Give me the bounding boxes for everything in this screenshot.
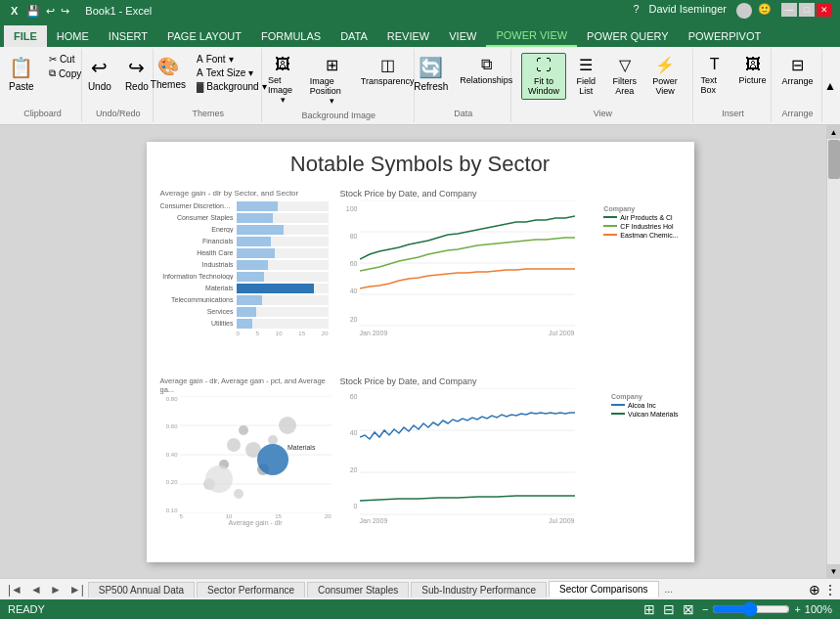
- undo-redo-btns: ↩ Undo ↪ Redo: [82, 53, 155, 107]
- tab-view[interactable]: VIEW: [439, 25, 486, 47]
- quick-access-undo[interactable]: ↩: [46, 5, 55, 18]
- relationships-button[interactable]: ⧉ Relationships: [455, 53, 517, 88]
- view-page-break-icon[interactable]: ⊠: [683, 601, 694, 617]
- copy-icon: ⧉: [49, 67, 56, 79]
- bar-bg: [237, 248, 329, 258]
- image-position-button[interactable]: ⊞ Image Position ▾: [305, 53, 359, 109]
- undo-button[interactable]: ↩ Undo: [82, 53, 117, 95]
- ribbon-tabs: FILE HOME INSERT PAGE LAYOUT FORMULAS DA…: [0, 22, 840, 47]
- bar-bg: [237, 237, 329, 246]
- sheet-nav-last[interactable]: ►|: [66, 583, 88, 597]
- image-position-icon: ⊞: [326, 56, 338, 74]
- power-view-button[interactable]: ⚡ Power View: [645, 53, 685, 99]
- sheet-tab-consumer-staples[interactable]: Consumer Staples: [307, 582, 409, 597]
- refresh-button[interactable]: 🔄 Refresh: [409, 53, 453, 95]
- tab-data[interactable]: DATA: [331, 25, 377, 47]
- tab-review[interactable]: REVIEW: [377, 25, 439, 47]
- sheet-nav-next[interactable]: ►: [46, 583, 66, 597]
- picture-button[interactable]: 🖼 Picture: [735, 53, 771, 88]
- field-list-button[interactable]: ☰ Field List: [568, 53, 603, 99]
- bar-label: Consumer Staples: [160, 214, 234, 221]
- canvas-title: Notable Symbols by Sector: [156, 152, 685, 177]
- paste-button[interactable]: 📋 Paste: [0, 53, 43, 95]
- copy-button[interactable]: ⧉ Copy: [45, 66, 85, 80]
- view-btns: ⛶ Fit to Window ☰ Field List ▽ Filters A…: [521, 53, 685, 107]
- tab-formulas[interactable]: FORMULAS: [251, 25, 331, 47]
- zoom-slider[interactable]: [712, 601, 790, 617]
- ribbon-scroll[interactable]: ▲: [824, 49, 836, 122]
- right-scrollbar[interactable]: ▲ ▼: [826, 125, 840, 578]
- line-chart-top-x-labels: Jan 2009Jul 2009: [360, 330, 575, 336]
- bar-fill: [237, 213, 274, 223]
- text-box-button[interactable]: T Text Box: [696, 53, 733, 98]
- scroll-down-button[interactable]: ▼: [827, 564, 841, 578]
- sheet-tab-sector-comparisons[interactable]: Sector Comparisons: [549, 581, 659, 597]
- set-image-button[interactable]: 🖼 Set Image ▾: [263, 53, 303, 108]
- sheet-add-icon[interactable]: ⊕: [809, 582, 820, 597]
- line-chart-bottom-y-labels: 6040200: [340, 393, 358, 510]
- tab-power-query[interactable]: POWER QUERY: [577, 25, 679, 47]
- transparency-button[interactable]: ◫ Transparency: [361, 53, 415, 89]
- cut-button[interactable]: ✂ Cut: [45, 53, 85, 66]
- arrange-icon: ⊟: [791, 56, 804, 74]
- themes-btns: 🎨 Themes A Font▾ A Text Size▾ ▓ Backgrou…: [146, 53, 271, 107]
- canvas-area[interactable]: Notable Symbols by Sector Average gain -…: [0, 125, 840, 578]
- filters-area-button[interactable]: ▽ Filters Area: [605, 53, 643, 99]
- minimize-button[interactable]: —: [781, 3, 797, 17]
- cut-icon: ✂: [49, 54, 57, 65]
- bar-label: Financials: [160, 238, 234, 244]
- set-image-icon: 🖼: [275, 56, 290, 73]
- title-bar-controls: ? David Iseminger 🙂 — □ ✕: [633, 3, 832, 19]
- sheet-more-button[interactable]: ...: [661, 584, 677, 595]
- text-size-button[interactable]: A Text Size▾: [193, 66, 271, 79]
- zoom-in-button[interactable]: +: [794, 603, 800, 615]
- line-chart-bottom-area: 6040200: [340, 388, 681, 530]
- zoom-out-button[interactable]: −: [702, 603, 708, 615]
- title-bar: X 💾 ↩ ↪ Book1 - Excel ? David Iseminger …: [0, 0, 840, 22]
- sheet-tab-sub-industry[interactable]: Sub-Industry Performance: [411, 582, 547, 597]
- tab-home[interactable]: HOME: [47, 25, 99, 47]
- sheet-nav-first[interactable]: |◄: [4, 583, 26, 597]
- view-normal-icon[interactable]: ⊞: [643, 601, 655, 617]
- sheet-nav-prev[interactable]: ◄: [26, 583, 46, 597]
- themes-button[interactable]: 🎨 Themes: [146, 53, 191, 93]
- scroll-up-button[interactable]: ▲: [827, 125, 841, 139]
- tab-power-view[interactable]: POWER VIEW: [486, 25, 577, 47]
- text-size-icon: A: [197, 67, 203, 78]
- arrange-group: ⊟ Arrange Arrange: [774, 49, 822, 122]
- view-page-layout-icon[interactable]: ⊟: [663, 601, 675, 617]
- font-button[interactable]: A Font▾: [193, 53, 271, 66]
- set-image-dropdown: ▾: [281, 95, 286, 105]
- sheet-tab-sector-performance[interactable]: Sector Performance: [197, 582, 305, 597]
- scrollbar-thumb[interactable]: [828, 140, 840, 179]
- bar-label: Industrials: [160, 261, 234, 268]
- fit-to-window-button[interactable]: ⛶ Fit to Window: [521, 53, 566, 100]
- sheet-tab-sp500[interactable]: SP500 Annual Data: [88, 582, 195, 597]
- insert-label: Insert: [722, 107, 744, 118]
- insert-group: T Text Box 🖼 Picture Insert: [695, 49, 772, 122]
- image-position-dropdown: ▾: [330, 96, 334, 106]
- tab-powerpivot[interactable]: POWERPIVOT: [679, 25, 772, 47]
- background-button[interactable]: ▓ Background▾: [193, 80, 271, 93]
- tab-file[interactable]: FILE: [4, 25, 47, 47]
- transparency-icon: ◫: [380, 56, 395, 74]
- close-button[interactable]: ✕: [817, 3, 832, 17]
- bar-row: Telecommunications: [160, 295, 329, 305]
- scrollbar-track[interactable]: [827, 139, 840, 564]
- quick-access-save[interactable]: 💾: [26, 5, 40, 18]
- maximize-button[interactable]: □: [799, 3, 815, 17]
- bar-row: Services: [160, 307, 329, 317]
- fit-to-window-icon: ⛶: [536, 57, 552, 74]
- arrange-button[interactable]: ⊟ Arrange: [777, 53, 818, 89]
- help-icon[interactable]: ?: [633, 3, 639, 19]
- sheet-options-icon[interactable]: ⋮: [824, 583, 836, 597]
- tab-insert[interactable]: INSERT: [99, 25, 157, 47]
- paste-label: Paste: [9, 81, 34, 92]
- power-view-canvas[interactable]: Notable Symbols by Sector Average gain -…: [147, 142, 694, 562]
- quick-access-redo[interactable]: ↪: [61, 5, 69, 18]
- themes-col: A Font▾ A Text Size▾ ▓ Background▾: [193, 53, 271, 93]
- themes-icon: 🎨: [157, 56, 179, 77]
- bar-bg: [237, 272, 329, 282]
- charts-grid: Average gain - dlr by Sector, and Sector…: [156, 185, 685, 556]
- tab-page-layout[interactable]: PAGE LAYOUT: [157, 25, 251, 47]
